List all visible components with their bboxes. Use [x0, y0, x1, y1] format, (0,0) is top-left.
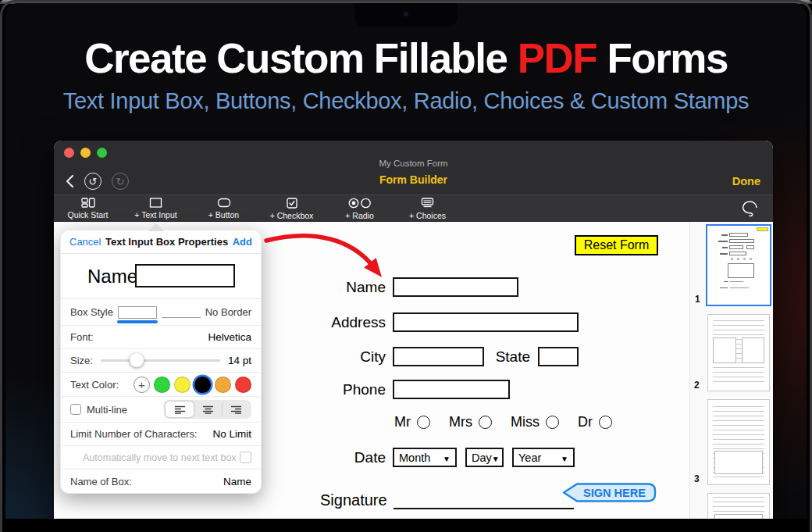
titlebar-titles: My Custom Form Form Builder — [54, 159, 773, 186]
hero-title: Create Custom Fillable PDF Forms — [5, 34, 807, 82]
auto-move-checkbox[interactable] — [240, 452, 251, 463]
phone-field-input[interactable] — [393, 380, 510, 399]
minimize-window-button[interactable] — [80, 148, 91, 158]
font-row[interactable]: Font: Helvetica — [61, 326, 261, 349]
signature-line[interactable] — [394, 491, 574, 509]
box-style-row: Box Style No Border — [61, 299, 261, 326]
preview-field-label: Name — [87, 266, 137, 287]
page-number: 3 — [694, 473, 700, 484]
traffic-lights — [64, 148, 107, 158]
multiline-checkbox[interactable] — [70, 404, 81, 415]
color-swatch-yellow[interactable] — [174, 377, 191, 393]
auto-move-row: Automatically move to next text box — [61, 446, 261, 470]
limit-characters-row[interactable]: Limit Number of Characters: No Limit — [61, 423, 261, 446]
sign-here-stamp[interactable]: SIGN HERE — [562, 482, 657, 506]
sign-here-label: SIGN HERE — [583, 487, 646, 499]
state-field-input[interactable] — [538, 347, 579, 366]
preview-field-box[interactable] — [135, 264, 235, 287]
toolbar-item-choices[interactable]: + Choices — [394, 195, 461, 222]
font-value: Helvetica — [208, 331, 251, 343]
align-right-button[interactable] — [222, 402, 250, 417]
dropdown-value: Day — [472, 452, 492, 464]
radio-button[interactable] — [599, 416, 612, 429]
radio-button[interactable] — [479, 416, 492, 429]
align-left-button[interactable] — [166, 402, 194, 417]
camera-notch — [354, 3, 458, 27]
date-year-dropdown[interactable]: Year — [512, 448, 575, 467]
slider-thumb[interactable] — [130, 353, 144, 367]
close-window-button[interactable] — [64, 148, 74, 158]
name-field-input[interactable] — [393, 277, 518, 297]
radio-button[interactable] — [417, 416, 430, 429]
reset-form-button[interactable]: Reset Form — [575, 235, 658, 255]
laptop-screen: Create Custom Fillable PDF Forms Text In… — [5, 3, 807, 519]
page-thumbnails-sidebar: 1 2 3 — [689, 222, 773, 519]
field-preview: Name — [61, 254, 261, 299]
toolbar-item-text-input[interactable]: + Text Input — [122, 195, 190, 222]
add-button[interactable]: Add — [233, 236, 252, 248]
lasso-scribble-icon[interactable] — [739, 198, 760, 223]
size-value: 14 pt — [228, 355, 251, 366]
done-button[interactable]: Done — [732, 175, 760, 187]
signature-field-label: Signature — [320, 491, 390, 510]
color-swatch-group — [134, 377, 251, 393]
add-color-button[interactable] — [134, 377, 150, 393]
toolbar-item-quick-start[interactable]: Quick Start — [54, 195, 122, 222]
state-field-label: State — [490, 347, 530, 366]
popover-caret — [148, 223, 164, 231]
toolbar-item-label: + Text Input — [134, 210, 176, 220]
toolbar-item-label: + Checkbox — [270, 211, 314, 220]
radio-button[interactable] — [546, 416, 559, 429]
document-title: My Custom Form — [54, 159, 773, 168]
name-of-box-row[interactable]: Name of Box: Name — [61, 470, 261, 493]
name-of-box-value: Name — [223, 476, 251, 487]
date-field-label: Date — [337, 448, 386, 467]
limit-value: No Limit — [212, 428, 251, 440]
title-radio-group: Mr Mrs Miss Dr — [394, 414, 612, 430]
radio-icon — [348, 198, 372, 209]
multiline-row: Multi-line — [61, 397, 261, 423]
box-style-option-no-border[interactable]: No Border — [205, 306, 251, 318]
city-field-label: City — [331, 347, 386, 366]
color-swatch-orange[interactable] — [215, 377, 231, 393]
zoom-window-button[interactable] — [97, 148, 107, 158]
page-thumbnail-1-selected[interactable] — [706, 224, 771, 306]
multiline-toggle: Multi-line — [70, 404, 127, 416]
name-field-label: Name — [327, 277, 386, 297]
page-thumbnail-3[interactable] — [707, 399, 770, 485]
radio-label: Miss — [511, 414, 540, 430]
color-swatch-green[interactable] — [154, 377, 170, 393]
toolbar-item-checkbox[interactable]: + Checkbox — [258, 195, 326, 222]
page-number: 1 — [695, 294, 700, 305]
radio-item-mr: Mr — [394, 414, 430, 430]
color-swatch-red[interactable] — [235, 377, 251, 393]
align-left-icon — [174, 405, 186, 414]
align-center-button[interactable] — [194, 402, 222, 417]
page-thumbnail-2[interactable] — [707, 314, 770, 391]
size-slider[interactable] — [101, 359, 220, 362]
address-field-input[interactable] — [393, 312, 579, 332]
page-number: 2 — [694, 380, 700, 391]
toolbar-item-radio[interactable]: + Radio — [326, 195, 394, 222]
hero-title-prefix: Create Custom Fillable — [84, 35, 518, 81]
align-center-icon — [202, 405, 214, 414]
camera-dot — [404, 12, 408, 16]
radio-item-miss: Miss — [511, 414, 559, 430]
hero-subtitle: Text Input Box, Buttons, Checkbox, Radio… — [5, 88, 807, 114]
quick-start-icon — [81, 198, 95, 208]
date-month-dropdown[interactable]: Month — [393, 448, 457, 467]
box-style-option-underline[interactable] — [162, 317, 201, 318]
button-icon — [217, 198, 231, 208]
text-color-label: Text Color: — [70, 379, 119, 391]
alignment-segmented-control — [164, 400, 251, 419]
screen-bottom-edge — [0, 519, 812, 532]
page-thumbnail-4[interactable] — [707, 493, 770, 519]
date-day-dropdown[interactable]: Day — [465, 448, 504, 467]
titlebar: My Custom Form Form Builder Done — [54, 141, 773, 195]
box-style-option-border[interactable] — [118, 306, 157, 319]
city-field-input[interactable] — [393, 347, 484, 366]
cancel-button[interactable]: Cancel — [69, 236, 101, 248]
form-builder-toolbar: Quick Start + Text Input + Button — [54, 195, 773, 222]
toolbar-item-button[interactable]: + Button — [190, 195, 258, 222]
color-swatch-black-selected[interactable] — [194, 377, 211, 393]
